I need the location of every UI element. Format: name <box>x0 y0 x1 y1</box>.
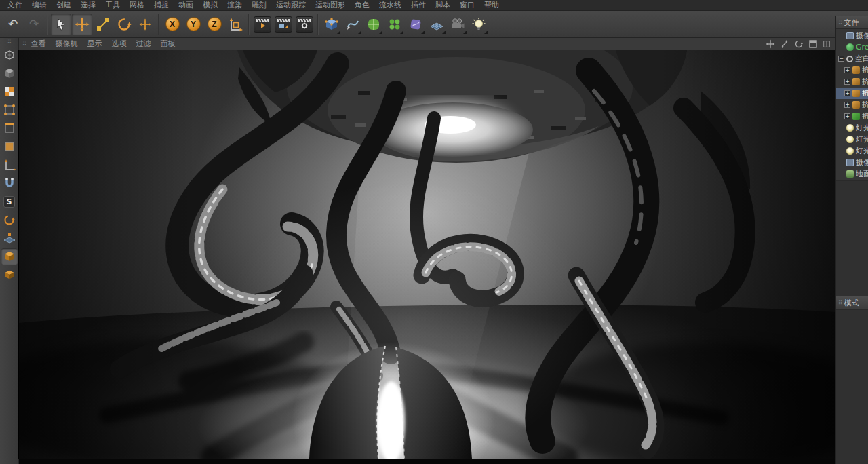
rotate-workplane-button[interactable] <box>1 212 18 228</box>
menu-item[interactable]: 角色 <box>350 0 374 11</box>
live-selection-tool-button[interactable] <box>51 14 71 35</box>
spline-pen-button[interactable] <box>342 14 363 35</box>
coordinate-system-button[interactable] <box>225 14 245 35</box>
texture-mode-button[interactable] <box>1 83 18 100</box>
viewport-canvas[interactable] <box>19 50 835 459</box>
floor-environment-button[interactable] <box>427 14 447 35</box>
viewport-menu-item[interactable]: 过滤 <box>132 38 156 50</box>
floor-grid-icon <box>429 17 444 32</box>
expander-icon[interactable]: + <box>844 67 850 73</box>
viewport-menu-item[interactable]: 查看 <box>26 38 51 50</box>
menu-item[interactable]: 流水线 <box>374 0 406 11</box>
points-mode-button[interactable] <box>1 102 18 118</box>
mograph-cloner-button[interactable] <box>384 14 405 35</box>
menu-item[interactable]: 选择 <box>76 0 100 11</box>
last-used-tool-button[interactable] <box>135 14 155 35</box>
snap-button[interactable] <box>1 175 18 191</box>
viewport-menu-item[interactable]: 摄像机 <box>51 38 83 50</box>
viewport-pan-icon[interactable] <box>766 39 775 49</box>
object-tree-item[interactable]: + 挤压.3 <box>836 99 868 111</box>
menu-item[interactable]: 插件 <box>406 0 431 11</box>
menu-item[interactable]: 捕捉 <box>149 0 174 11</box>
object-tree-item[interactable]: + 挤压 <box>836 64 868 76</box>
menu-item[interactable]: 渲染 <box>222 0 247 11</box>
subdivision-surface-icon <box>366 17 381 32</box>
lock-x-axis-button[interactable]: X <box>162 14 182 35</box>
move-tool-button[interactable] <box>72 14 92 35</box>
render-settings-button[interactable] <box>294 14 315 35</box>
menu-item[interactable]: 编辑 <box>27 0 52 11</box>
menu-item[interactable]: 模拟 <box>198 0 222 11</box>
scale-icon <box>96 17 111 32</box>
lock-y-axis-button[interactable]: Y <box>183 14 203 35</box>
expander-icon[interactable]: − <box>838 56 844 62</box>
object-label: 摄像机 <box>856 31 868 41</box>
camera-object-button[interactable] <box>448 14 468 35</box>
deformer-button[interactable] <box>406 14 426 35</box>
isolate-object-button[interactable] <box>1 267 18 283</box>
scene-render <box>19 50 835 459</box>
render-view-button[interactable] <box>252 14 273 35</box>
viewport-layout-icon[interactable] <box>823 40 831 48</box>
expander-icon[interactable]: + <box>844 113 850 119</box>
expander-icon[interactable]: + <box>844 102 850 108</box>
viewport-solo-button[interactable] <box>1 248 18 265</box>
menu-item[interactable]: 网格 <box>125 0 149 11</box>
menu-item[interactable]: 脚本 <box>431 0 455 11</box>
rotate-tool-button[interactable] <box>114 14 134 35</box>
object-label: 空白 <box>855 54 868 64</box>
viewport-menu-item[interactable]: 选项 <box>107 38 132 50</box>
object-tree-item[interactable]: Greeble <box>836 41 868 53</box>
mode-panel-header[interactable]: ⠿ 模式 <box>836 296 868 309</box>
menu-item[interactable]: 创建 <box>52 0 76 11</box>
add-cube-object-button[interactable] <box>321 14 342 35</box>
polygons-mode-button[interactable] <box>1 138 18 155</box>
subdivision-surface-button[interactable] <box>363 14 384 35</box>
menu-item[interactable]: 工具 <box>100 0 125 11</box>
object-tree-item[interactable]: 摄像机 <box>836 157 868 168</box>
viewport-orbit-icon[interactable] <box>794 39 804 49</box>
redo-button[interactable]: ↷ <box>24 14 44 35</box>
viewport-menu-item[interactable]: 显示 <box>83 38 107 50</box>
object-tree-item[interactable]: 灯光.1 <box>836 134 868 145</box>
viewport-toggle-icon[interactable] <box>808 39 818 49</box>
viewport-menu-item[interactable]: 面板 <box>156 38 180 50</box>
object-tree-item[interactable]: + 挤压.2 <box>836 88 868 99</box>
render-picture-viewer-icon <box>277 18 290 31</box>
menu-item[interactable]: 雕刻 <box>247 0 271 11</box>
enable-axis-button[interactable] <box>1 157 18 173</box>
render-picture-viewer-button[interactable] <box>273 14 294 35</box>
menu-item[interactable]: 窗口 <box>455 0 479 11</box>
expander-icon[interactable]: + <box>844 90 850 96</box>
expander-icon[interactable]: + <box>844 79 850 85</box>
edges-mode-button[interactable] <box>1 120 18 136</box>
menu-item[interactable]: 文件 <box>3 0 27 11</box>
menu-item[interactable]: 帮助 <box>479 0 504 11</box>
object-tree-item[interactable]: 摄像机 <box>836 30 868 41</box>
make-editable-button[interactable] <box>1 47 18 63</box>
object-manager-header[interactable]: ⠿ 文件 <box>836 16 868 29</box>
object-tree-item[interactable]: − 空白 <box>836 53 868 64</box>
workplane-button[interactable] <box>1 230 18 246</box>
object-tree-item[interactable]: 灯光 <box>836 145 868 157</box>
menu-item[interactable]: 运动图形 <box>311 0 350 11</box>
object-tree-item[interactable]: 地面 <box>836 168 868 180</box>
light-object-button[interactable] <box>469 14 489 35</box>
object-tree-item[interactable]: 灯光.2 <box>836 122 868 134</box>
object-type-icon <box>846 124 854 132</box>
deformer-icon <box>408 17 423 32</box>
axis-icon <box>3 158 16 172</box>
object-type-icon <box>846 159 854 166</box>
menu-item[interactable]: 动画 <box>174 0 198 11</box>
menu-item[interactable]: 运动跟踪 <box>271 0 311 11</box>
left-toolbar-grip[interactable]: ⠿ <box>7 39 12 45</box>
lock-z-axis-button[interactable]: Z <box>204 14 224 35</box>
object-label: Greeble <box>856 43 868 52</box>
viewport-zoom-icon[interactable] <box>780 39 789 49</box>
scale-tool-button[interactable] <box>93 14 113 35</box>
object-tree-item[interactable]: + 挤压.1 <box>836 76 868 88</box>
object-tree-item[interactable]: + 挤压.4 <box>836 111 868 122</box>
model-mode-button[interactable] <box>1 65 18 81</box>
snap-toggle-button[interactable]: S <box>1 193 18 210</box>
undo-button[interactable]: ↶ <box>3 14 23 35</box>
